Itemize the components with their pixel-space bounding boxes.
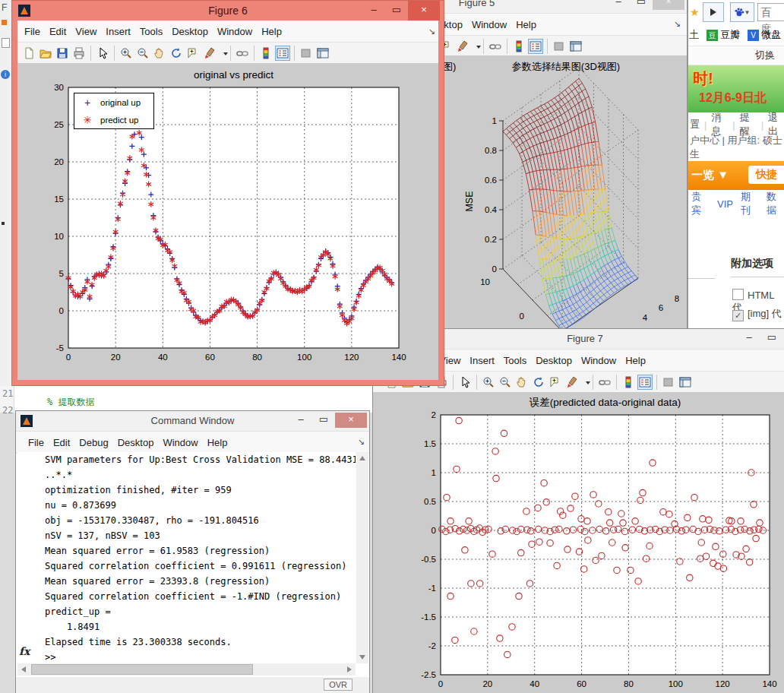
dock-arrow-icon[interactable]: ↘ (358, 437, 365, 447)
minimize-button[interactable]: – (362, 3, 385, 18)
insert-colorbar-icon[interactable] (512, 40, 526, 53)
bookmark-豆瓣[interactable]: 豆瓣 (720, 28, 740, 42)
menu-item-help[interactable]: Help (511, 19, 541, 30)
category-link-2[interactable]: 期刊 (741, 190, 759, 217)
menu-item-tools[interactable]: Tools (499, 355, 531, 366)
command-prompt[interactable]: >> (17, 650, 356, 663)
new-file-icon[interactable] (22, 46, 36, 60)
show-plot-tools-icon[interactable] (569, 40, 583, 53)
menu-item-insert[interactable]: Insert (465, 355, 499, 366)
category-link-1[interactable]: VIP (717, 198, 733, 210)
minimize-button[interactable]: – (607, 0, 630, 10)
category-link-0[interactable]: 贵宾 (691, 190, 710, 217)
scroll-up-icon[interactable] (359, 456, 365, 460)
close-button[interactable]: × (408, 1, 440, 21)
data-cursor-icon[interactable] (186, 46, 200, 60)
category-link-3[interactable]: 数据 (767, 190, 784, 217)
dock-arrow-icon[interactable]: ↘ (674, 19, 681, 29)
cursor-arrow-icon[interactable] (458, 375, 472, 389)
menu-item-window[interactable]: Window (158, 437, 202, 448)
menu-item-window[interactable]: Window (467, 19, 511, 30)
brush-icon[interactable] (565, 375, 579, 389)
insert-legend-icon[interactable] (529, 40, 542, 53)
menu-item-file[interactable]: File (24, 437, 49, 448)
horizontal-scrollbar[interactable] (17, 663, 356, 676)
show-plot-tools-icon[interactable] (316, 46, 330, 60)
minimize-button[interactable]: – (289, 413, 312, 428)
favorites-star-icon[interactable]: ★ (690, 6, 700, 18)
zoom-out-icon[interactable] (498, 375, 512, 389)
close-button[interactable]: × (653, 0, 684, 10)
baidu-paw-dropdown[interactable]: ▼ (730, 2, 754, 22)
print-icon[interactable] (72, 46, 86, 60)
plot-legend[interactable]: + original up ✳ predict up (74, 93, 154, 129)
menu-item-insert[interactable]: Insert (101, 26, 135, 37)
close-button[interactable]: × (335, 413, 367, 428)
open-folder-icon[interactable] (39, 46, 52, 60)
checkbox-img[interactable]: ✓[img] 代 (732, 307, 782, 321)
pan-hand-icon[interactable] (515, 375, 529, 389)
command-output[interactable]: SVM parameters for Up:Best Cross Validat… (17, 452, 356, 663)
menu-item-window[interactable]: Window (577, 355, 621, 366)
hide-plot-tools-icon[interactable] (299, 46, 313, 60)
link-plots-icon[interactable] (236, 46, 249, 60)
scroll-down-icon[interactable] (359, 655, 365, 660)
switch-link[interactable]: 切换 (755, 49, 775, 62)
insert-colorbar-icon[interactable] (621, 375, 635, 389)
scroll-left-icon[interactable] (21, 666, 26, 672)
brush-icon[interactable] (203, 46, 217, 60)
zoom-in-icon[interactable] (119, 46, 133, 60)
cursor-arrow-icon[interactable] (96, 46, 109, 60)
menu-item-debug[interactable]: Debug (74, 437, 112, 448)
command-window-titlebar[interactable]: Command Window – ▭ × (16, 411, 369, 432)
fx-indicator[interactable]: fx (19, 645, 30, 657)
zoom-in-icon[interactable] (482, 375, 495, 389)
rotate-3d-icon[interactable] (532, 375, 545, 389)
menu-item-desktop[interactable]: Desktop (167, 26, 213, 37)
data-cursor-icon[interactable] (548, 375, 562, 389)
menu-item-desktop[interactable]: Desktop (113, 437, 159, 448)
menu-item-file[interactable]: File (20, 26, 45, 37)
rotate-3d-icon[interactable] (169, 46, 183, 60)
menu-item-desktop[interactable]: Desktop (531, 355, 577, 366)
link-plots-icon[interactable] (598, 375, 612, 389)
hide-plot-tools-icon[interactable] (552, 40, 566, 53)
menu-item-help[interactable]: Help (621, 355, 650, 366)
menu-item-help[interactable]: Help (203, 437, 232, 448)
search-input[interactable]: 百度 (757, 3, 784, 21)
scroll-right-icon[interactable] (347, 666, 352, 672)
menu-item-help[interactable]: Help (257, 26, 286, 37)
nav-link-0[interactable]: 置 (690, 118, 700, 131)
maximize-button[interactable]: ▭ (312, 413, 335, 428)
checkbox-icon[interactable] (732, 289, 744, 300)
quick-button[interactable]: 快捷 (748, 166, 784, 184)
vertical-scrollbar[interactable] (356, 452, 368, 663)
maximize-button[interactable]: ▭ (630, 0, 653, 10)
figure6-titlebar[interactable]: Figure 6 – ▭ × (12, 1, 444, 21)
play-button[interactable] (703, 2, 724, 22)
insert-legend-icon[interactable] (638, 375, 652, 389)
minimize-button[interactable]: – (738, 331, 760, 346)
dropdown-arrow-icon[interactable] (473, 40, 479, 53)
insert-legend-icon[interactable] (276, 46, 289, 60)
bookmark-微盘[interactable]: 微盘 (761, 28, 781, 42)
overview-menu[interactable]: 一览 ▼ (691, 168, 729, 182)
bookmark-fragment[interactable]: 土 (689, 28, 699, 42)
maximize-button[interactable]: ▭ (385, 3, 408, 18)
checkbox-icon[interactable]: ✓ (732, 310, 744, 321)
brush-icon[interactable] (456, 40, 469, 53)
ad-banner[interactable]: 时! 12月6-9日北 (688, 65, 784, 112)
show-plot-tools-icon[interactable] (678, 375, 692, 389)
maximize-button[interactable]: ▭ (760, 331, 783, 346)
menu-item-window[interactable]: Window (213, 26, 257, 37)
dropdown-arrow-icon[interactable] (582, 375, 588, 389)
pan-hand-icon[interactable] (153, 46, 166, 60)
dock-arrow-icon[interactable]: ↘ (428, 27, 435, 36)
save-icon[interactable] (55, 46, 69, 60)
insert-colorbar-icon[interactable] (259, 46, 273, 60)
menu-item-tools[interactable]: Tools (135, 26, 167, 37)
link-plots-icon[interactable] (488, 40, 502, 53)
menu-item-edit[interactable]: Edit (45, 26, 71, 37)
dropdown-arrow-icon[interactable] (220, 46, 226, 60)
menu-item-view[interactable]: View (71, 26, 101, 37)
